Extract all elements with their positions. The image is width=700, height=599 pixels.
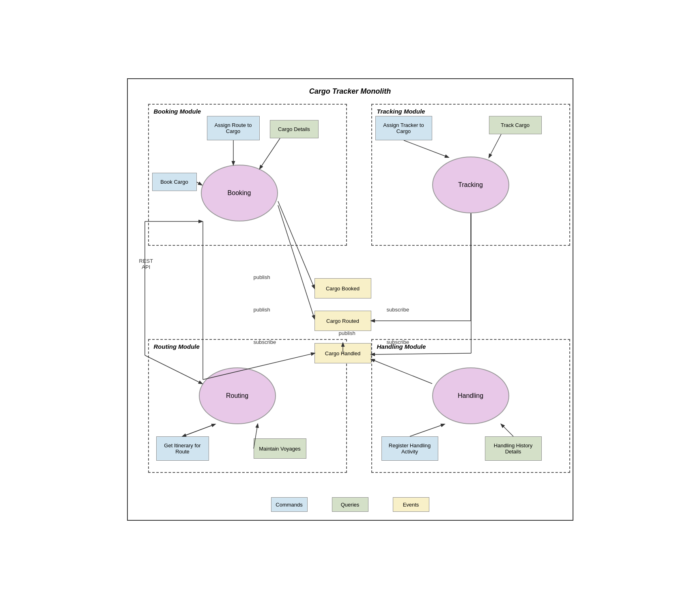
routing-ellipse: Routing [199, 367, 276, 424]
legend-queries: Queries [332, 497, 368, 512]
booking-module-label: Booking Module [154, 108, 201, 115]
diagram-container: Cargo Tracker Monolith Booking Module Tr… [127, 78, 573, 521]
cargo-details-box: Cargo Details [270, 120, 319, 138]
assign-route-box: Assign Route to Cargo [207, 116, 260, 140]
subscribe3-label: subscribe [387, 339, 409, 345]
publish1-label: publish [254, 274, 270, 280]
subscribe1-label: subscribe [254, 339, 276, 345]
legend-events-box: Events [393, 497, 429, 512]
cargo-handled-box: Cargo Handled [314, 343, 371, 363]
assign-tracker-box: Assign Tracker to Cargo [375, 116, 432, 140]
rest-api-label: REST API [139, 258, 153, 270]
legend-events-label: Events [403, 502, 419, 508]
main-area: Booking Module Tracking Module Routing M… [136, 104, 564, 489]
tracking-ellipse: Tracking [432, 157, 509, 213]
handling-ellipse: Handling [432, 367, 509, 424]
track-cargo-box: Track Cargo [489, 116, 542, 134]
legend-queries-box: Queries [332, 497, 368, 512]
get-itinerary-box: Get Itinerary for Route [156, 436, 209, 461]
maintain-voyages-box: Maintain Voyages [254, 438, 306, 459]
publish3-label: publish [339, 330, 355, 336]
cargo-routed-box: Cargo Routed [314, 311, 371, 331]
diagram-title: Cargo Tracker Monolith [136, 87, 564, 96]
tracking-module-label: Tracking Module [377, 108, 425, 115]
book-cargo-box: Book Cargo [152, 173, 197, 191]
publish2-label: publish [254, 307, 270, 313]
legend-commands-label: Commands [276, 502, 302, 508]
routing-module-label: Routing Module [154, 343, 200, 350]
legend: Commands Queries Events [136, 497, 564, 512]
cargo-booked-box: Cargo Booked [314, 278, 371, 298]
handling-history-box: Handling History Details [485, 436, 542, 461]
register-handling-box: Register Handling Activity [381, 436, 438, 461]
legend-events: Events [393, 497, 429, 512]
booking-ellipse: Booking [201, 165, 278, 221]
legend-commands-box: Commands [271, 497, 308, 512]
legend-commands: Commands [271, 497, 308, 512]
subscribe2-label: subscribe [387, 307, 409, 313]
legend-queries-label: Queries [341, 502, 360, 508]
